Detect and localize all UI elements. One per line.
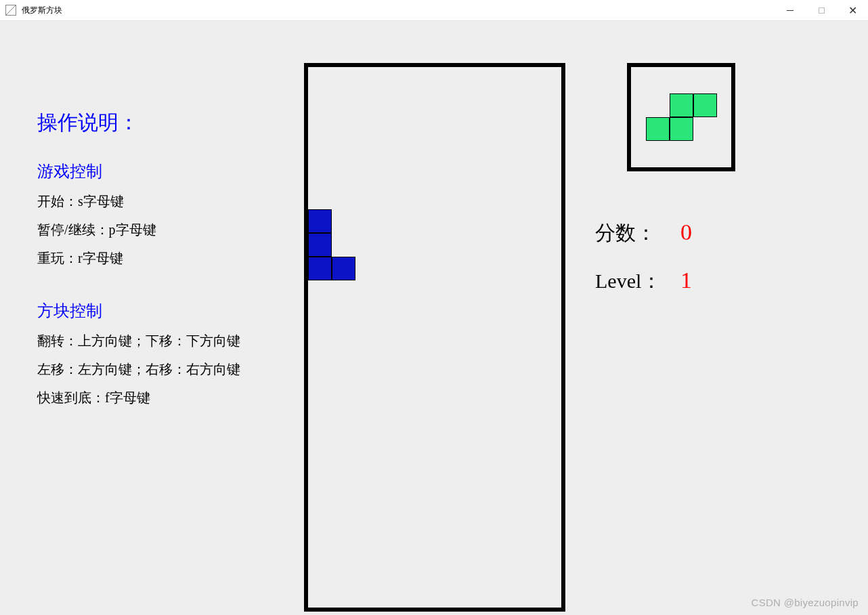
window-titlebar: 俄罗斯方块 ─ ✕ [0,0,868,21]
instruction-pause: 暂停/继续：p字母键 [37,223,281,236]
next-piece-container [627,63,735,171]
game-client-area: 操作说明： 游戏控制 开始：s字母键 暂停/继续：p字母键 重玩：r字母键 方块… [0,21,868,615]
preview-cell [670,117,693,141]
instruction-start: 开始：s字母键 [37,194,281,208]
instruction-rotate: 翻转：上方向键；下移：下方向键 [37,334,281,347]
instruction-replay: 重玩：r字母键 [37,251,281,265]
watermark-text: CSDN @biyezuopinvip [752,597,859,608]
window-title: 俄罗斯方块 [22,5,62,16]
score-label: 分数： [595,219,680,247]
piece-cell [308,209,332,233]
level-row: Level： 1 [595,268,692,295]
instructions-title: 操作说明： [37,109,281,137]
window-controls: ─ ✕ [775,0,868,20]
level-label: Level： [595,268,680,295]
maximize-button[interactable] [806,0,837,20]
instructions-panel: 操作说明： 游戏控制 开始：s字母键 暂停/继续：p字母键 重玩：r字母键 方块… [37,109,281,419]
preview-cell [693,93,717,117]
game-control-section-title: 游戏控制 [37,161,281,182]
preview-cell [670,93,693,117]
score-row: 分数： 0 [595,219,692,247]
game-board[interactable] [304,63,565,612]
game-board-container [304,63,565,612]
piece-cell [308,257,332,280]
minimize-button[interactable]: ─ [775,0,806,20]
instruction-move: 左移：左方向键；右移：右方向键 [37,362,281,376]
app-icon [5,5,16,16]
next-piece-preview [627,63,735,171]
instruction-drop: 快速到底：f字母键 [37,391,281,404]
close-button[interactable]: ✕ [837,0,868,20]
score-value: 0 [680,219,692,245]
piece-cell [308,233,332,257]
preview-cell [646,117,670,141]
block-control-section-title: 方块控制 [37,300,281,322]
level-value: 1 [680,268,692,293]
stats-panel: 分数： 0 Level： 1 [595,219,692,316]
piece-cell [332,257,355,280]
